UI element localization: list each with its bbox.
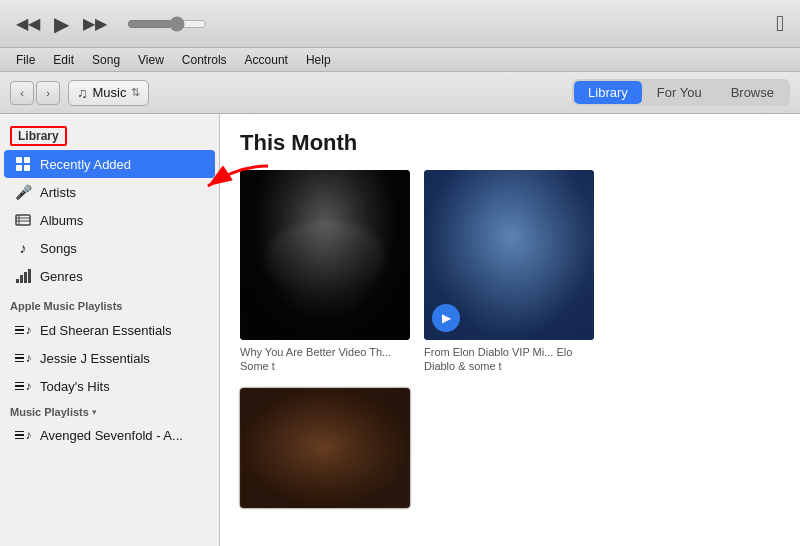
- back-button[interactable]: ‹: [10, 81, 34, 105]
- title-bar: ◀◀ ▶ ▶▶ : [0, 0, 800, 48]
- menu-edit[interactable]: Edit: [45, 51, 82, 69]
- apple-logo: : [776, 11, 784, 37]
- playlist-icon: ♪: [14, 349, 32, 367]
- sidebar-item-label: Ed Sheeran Essentials: [40, 323, 172, 338]
- fastforward-button[interactable]: ▶▶: [79, 12, 111, 35]
- apple-music-playlists-header: Apple Music Playlists: [0, 290, 219, 316]
- main-layout: Library Recently Added 🎤 Artists: [0, 114, 800, 546]
- tab-for-you[interactable]: For You: [643, 81, 716, 104]
- playlist-icon: ♪: [14, 426, 32, 444]
- svg-rect-4: [16, 215, 30, 225]
- sidebar-item-label: Artists: [40, 185, 76, 200]
- sidebar-item-label: Jessie J Essentials: [40, 351, 150, 366]
- thumbnail-image-1: [240, 170, 410, 340]
- music-playlists-label: Music Playlists: [10, 406, 89, 418]
- nav-tabs: Library For You Browse: [572, 79, 790, 106]
- note-icon: ♪: [14, 239, 32, 257]
- album-icon: [14, 211, 32, 229]
- thumbnails-row: Why You Are Better Video Th... Some t ▶ …: [240, 170, 780, 374]
- card-1-caption: Why You Are Better Video Th... Some t: [240, 345, 410, 374]
- forward-button[interactable]: ›: [36, 81, 60, 105]
- tab-library[interactable]: Library: [574, 81, 642, 104]
- svg-rect-1: [24, 157, 30, 163]
- sidebar-item-todays-hits[interactable]: ♪ Today's Hits: [4, 372, 215, 400]
- content-title: This Month: [240, 130, 780, 156]
- tab-browse[interactable]: Browse: [717, 81, 788, 104]
- svg-rect-9: [20, 275, 23, 283]
- menu-song[interactable]: Song: [84, 51, 128, 69]
- chevron-down-icon: ⇅: [131, 86, 140, 99]
- sidebar-item-label: Songs: [40, 241, 77, 256]
- sidebar-item-genres[interactable]: Genres: [4, 262, 215, 290]
- thumbnail-image-2: ▶: [424, 170, 594, 340]
- card-2-caption: From Elon Diablo VIP Mi... Elo Diablo & …: [424, 345, 594, 374]
- music-note-icon: ♫: [77, 85, 88, 101]
- svg-rect-3: [24, 165, 30, 171]
- chevron-down-icon: ▾: [92, 407, 97, 417]
- sidebar-item-jessie-j[interactable]: ♪ Jessie J Essentials: [4, 344, 215, 372]
- nav-bar: ‹ › ♫ Music ⇅ Library For You Browse: [0, 72, 800, 114]
- playlist-icon: ♪: [14, 377, 32, 395]
- menu-file[interactable]: File: [8, 51, 43, 69]
- menu-view[interactable]: View: [130, 51, 172, 69]
- apple-music-playlists-label: Apple Music Playlists: [10, 300, 122, 312]
- svg-rect-8: [16, 279, 19, 283]
- sidebar-item-label: Albums: [40, 213, 83, 228]
- menu-account[interactable]: Account: [237, 51, 296, 69]
- grid-icon: [14, 155, 32, 173]
- thumbnail-card-2[interactable]: ▶ From Elon Diablo VIP Mi... Elo Diablo …: [424, 170, 594, 374]
- thumbnail-card-1[interactable]: Why You Are Better Video Th... Some t: [240, 170, 410, 374]
- svg-rect-0: [16, 157, 22, 163]
- menu-controls[interactable]: Controls: [174, 51, 235, 69]
- sidebar-item-label: Today's Hits: [40, 379, 110, 394]
- menu-bar: File Edit Song View Controls Account Hel…: [0, 48, 800, 72]
- sidebar-item-songs[interactable]: ♪ Songs: [4, 234, 215, 262]
- thumbnail-card-3[interactable]: [240, 388, 410, 508]
- sidebar: Library Recently Added 🎤 Artists: [0, 114, 220, 546]
- play-icon: ▶: [54, 13, 69, 35]
- sidebar-item-ed-sheeran[interactable]: ♪ Ed Sheeran Essentials: [4, 316, 215, 344]
- library-label: Library: [10, 126, 67, 146]
- transport-controls: ◀◀ ▶ ▶▶: [12, 10, 207, 38]
- sidebar-item-albums[interactable]: Albums: [4, 206, 215, 234]
- svg-rect-2: [16, 165, 22, 171]
- sidebar-item-label: Recently Added: [40, 157, 131, 172]
- sidebar-item-label: Genres: [40, 269, 83, 284]
- nav-arrows: ‹ ›: [10, 81, 60, 105]
- fastforward-icon: ▶▶: [83, 15, 107, 32]
- source-label: Music: [93, 85, 127, 100]
- thumbnail-card-3-row: [240, 388, 780, 508]
- source-selector[interactable]: ♫ Music ⇅: [68, 80, 149, 106]
- svg-rect-11: [28, 269, 31, 283]
- play-button-overlay[interactable]: ▶: [432, 304, 460, 332]
- mic-icon: 🎤: [14, 183, 32, 201]
- rewind-button[interactable]: ◀◀: [12, 12, 44, 35]
- library-section-header: Library: [4, 122, 215, 150]
- sidebar-item-artists[interactable]: 🎤 Artists: [4, 178, 215, 206]
- menu-help[interactable]: Help: [298, 51, 339, 69]
- genres-icon: [14, 267, 32, 285]
- sidebar-item-label: Avenged Sevenfold - A...: [40, 428, 183, 443]
- content-area: This Month Why You Are Better Video Th..…: [220, 114, 800, 546]
- music-playlists-header: Music Playlists ▾: [0, 400, 219, 421]
- play-button[interactable]: ▶: [50, 10, 73, 38]
- sidebar-item-recently-added[interactable]: Recently Added: [4, 150, 215, 178]
- volume-slider[interactable]: [127, 16, 207, 32]
- svg-rect-10: [24, 272, 27, 283]
- playlist-icon: ♪: [14, 321, 32, 339]
- sidebar-item-avenged[interactable]: ♪ Avenged Sevenfold - A...: [4, 421, 215, 449]
- rewind-icon: ◀◀: [16, 15, 40, 32]
